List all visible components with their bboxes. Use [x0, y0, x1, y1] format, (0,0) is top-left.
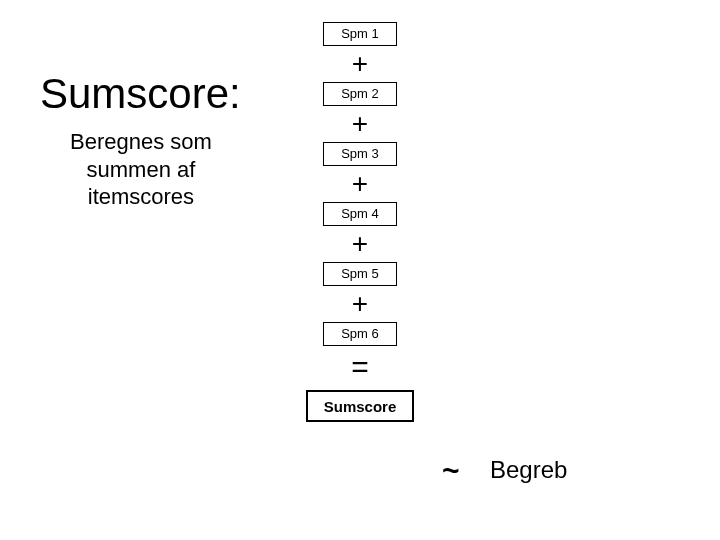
plus-icon: +	[352, 228, 368, 260]
concept-label: Begreb	[490, 456, 567, 484]
tilde-icon: ~	[442, 454, 460, 488]
item-box-2: Spm 2	[323, 82, 397, 106]
item-box-1: Spm 1	[323, 22, 397, 46]
item-box-6: Spm 6	[323, 322, 397, 346]
sumscore-box: Sumscore	[306, 390, 414, 422]
equals-icon: =	[351, 350, 369, 384]
subtitle: Beregnes som summen af itemscores	[70, 128, 212, 211]
plus-icon: +	[352, 108, 368, 140]
plus-icon: +	[352, 288, 368, 320]
sumscore-stack: Spm 1 + Spm 2 + Spm 3 + Spm 4 + Spm 5 + …	[306, 22, 414, 422]
page-title: Sumscore:	[40, 70, 241, 118]
item-box-3: Spm 3	[323, 142, 397, 166]
item-box-5: Spm 5	[323, 262, 397, 286]
plus-icon: +	[352, 48, 368, 80]
plus-icon: +	[352, 168, 368, 200]
item-box-4: Spm 4	[323, 202, 397, 226]
